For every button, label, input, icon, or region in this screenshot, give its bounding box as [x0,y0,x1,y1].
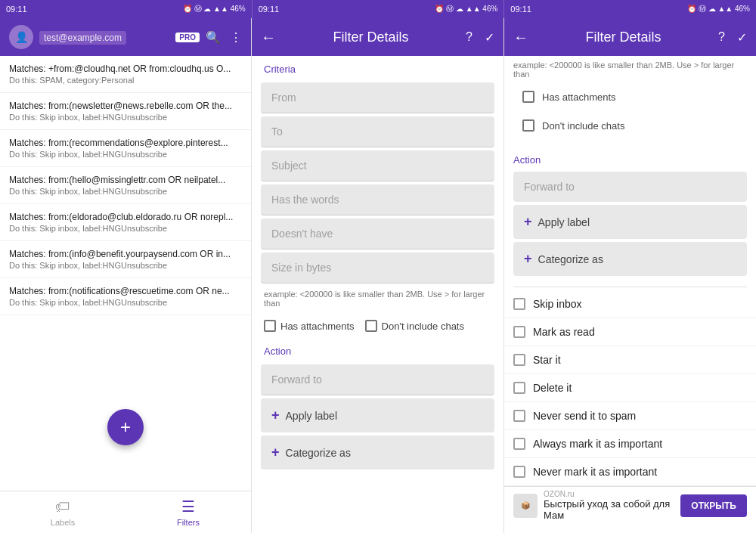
delete-it-checkbox[interactable] [513,382,525,394]
filter-content-middle: Criteria From To Subject Has the words D… [252,56,503,533]
option-never-spam[interactable]: Never send it to spam [504,402,756,430]
dont-include-chats-right[interactable]: Don't include chats [513,113,634,138]
ad-icon: 📦 [513,494,538,518]
apply-label-text-middle: Apply label [286,410,338,422]
help-icon-right[interactable]: ? [718,30,725,44]
doesnt-have-placeholder: Doesn't have [271,228,333,240]
from-field[interactable]: From [261,82,494,113]
email-match-0: Matches: +from:@cloudhq.net OR from:clou… [9,64,242,74]
subject-field[interactable]: Subject [261,150,494,181]
email-do-1: Do this: Skip inbox, label:HNGUnsubscrib… [9,113,242,122]
nav-labels[interactable]: 🏷 Labels [0,491,125,533]
search-icon[interactable]: 🔍 [206,30,221,45]
filter-header-middle: ← Filter Details ? ✓ [252,18,503,56]
dont-include-chats-item[interactable]: Don't include chats [365,320,464,332]
email-item-3[interactable]: Matches: from:(hello@missinglettr.com OR… [0,167,251,204]
fab-button[interactable]: + [107,409,144,445]
email-do-6: Do this: Skip inbox, label:HNGUnsubscrib… [9,298,242,307]
filter-panel-right: ← Filter Details ? ✓ example: <200000 is… [504,18,756,533]
apply-label-btn-right[interactable]: + Apply label [513,205,747,239]
forward-to-placeholder: Forward to [271,373,322,386]
doesnt-have-field[interactable]: Doesn't have [261,218,494,249]
mark-as-read-checkbox[interactable] [513,326,525,338]
back-icon-right[interactable]: ← [513,29,528,46]
divider [513,287,747,287]
status-icons-panel3: ⏰ Ⓜ ☁ ▲▲ 46% [687,4,750,14]
forward-to-right[interactable]: Forward to [513,172,747,202]
time-panel1: 09:11 [6,5,27,14]
size-field[interactable]: Size in bytes [261,253,494,284]
apply-label-btn-middle[interactable]: + Apply label [261,398,494,432]
action-label-right: Action [504,148,756,169]
email-item-0[interactable]: Matches: +from:@cloudhq.net OR from:clou… [0,56,251,93]
option-always-important[interactable]: Always mark it as important [504,430,756,458]
size-placeholder: Size in bytes [271,262,331,274]
user-email: test@example.com [39,31,126,45]
star-it-checkbox[interactable] [513,354,525,366]
filters-icon: ☰ [181,497,195,516]
option-delete-it[interactable]: Delete it [504,374,756,402]
email-panel-header: 👤 test@example.com PRO 🔍 ⋮ [0,18,251,56]
categorize-as-btn-middle[interactable]: + Categorize as [261,435,494,469]
forward-to-field[interactable]: Forward to [261,364,494,395]
status-bar-panel2: 09:11 ⏰ Ⓜ ☁ ▲▲ 46% [253,0,505,18]
has-attachments-right[interactable]: Has attachments [513,85,625,109]
email-do-0: Do this: SPAM, category:Personal [9,76,242,85]
email-match-2: Matches: from:(recommendations@explore.p… [9,138,242,148]
email-item-5[interactable]: Matches: from:(info@benefit.yourpaysend.… [0,241,251,278]
status-bar-panel1: 09:11 ⏰ Ⓜ ☁ ▲▲ 46% [0,0,253,18]
option-mark-as-read[interactable]: Mark as read [504,318,756,346]
email-item-4[interactable]: Matches: from:(eldorado@club.eldorado.ru… [0,204,251,241]
ad-open-button[interactable]: ОТКРЫТЬ [680,494,747,517]
never-important-checkbox[interactable] [513,466,525,478]
skip-inbox-checkbox[interactable] [513,298,525,310]
dont-include-chats-checkbox[interactable] [365,320,377,332]
option-never-important[interactable]: Never mark it as important [504,458,756,486]
has-attachments-item[interactable]: Has attachments [264,320,355,332]
never-spam-label: Never send it to spam [533,410,636,422]
filter-header-right: ← Filter Details ? ✓ [504,18,756,56]
ad-text: OZON.ru Быстрый уход за собой для Мам [544,490,674,521]
more-options-icon[interactable]: ⋮ [230,30,242,45]
email-match-5: Matches: from:(info@benefit.yourpaysend.… [9,249,242,259]
email-item-2[interactable]: Matches: from:(recommendations@explore.p… [0,130,251,167]
confirm-icon-right[interactable]: ✓ [737,30,747,45]
has-attachments-cb-right[interactable] [522,91,534,103]
email-do-4: Do this: Skip inbox, label:HNGUnsubscrib… [9,224,242,233]
plus-icon-cat: + [271,445,280,460]
mark-as-read-label: Mark as read [533,326,595,338]
nav-filters[interactable]: ☰ Filters [125,491,251,533]
filter-panel-middle: ← Filter Details ? ✓ Criteria From To Su… [252,18,504,533]
confirm-icon-middle[interactable]: ✓ [485,30,494,45]
has-words-field[interactable]: Has the words [261,184,494,215]
categorize-as-btn-right[interactable]: + Categorize as [513,242,747,276]
time-panel2: 09:11 [259,5,280,14]
never-spam-checkbox[interactable] [513,410,525,422]
back-icon-middle[interactable]: ← [261,29,276,46]
dont-include-chats-cb-right[interactable] [522,119,534,132]
email-item-6[interactable]: Matches: from:(notifications@rescuetime.… [0,278,251,315]
always-important-label: Always mark it as important [533,438,662,450]
categorize-as-text-right: Categorize as [538,253,603,265]
has-attachments-label-right: Has attachments [542,91,616,103]
email-match-4: Matches: from:(eldorado@club.eldorado.ru… [9,212,242,222]
filter-content-right: example: <200000 is like smaller than 2M… [504,56,756,533]
help-icon-middle[interactable]: ? [466,30,472,44]
email-item-1[interactable]: Matches: from:(newsletter@news.rebelle.c… [0,93,251,130]
size-hint: example: <200000 is like smaller than 2M… [252,287,503,314]
delete-it-label: Delete it [533,382,572,394]
never-important-label: Never mark it as important [533,466,657,478]
plus-icon-apply-right: + [524,214,532,230]
has-attachments-checkbox[interactable] [264,320,276,332]
checkbox-row: Has attachments Don't include chats [252,314,503,338]
always-important-checkbox[interactable] [513,438,525,450]
forward-to-placeholder-right: Forward to [524,181,575,193]
email-do-3: Do this: Skip inbox, label:HNGUnsubscrib… [9,187,242,196]
to-field[interactable]: To [261,116,494,147]
pro-badge: PRO [175,33,200,42]
filter-title-middle: Filter Details [285,29,457,45]
option-skip-inbox[interactable]: Skip inbox [504,290,756,318]
time-panel3: 09:11 [510,5,531,14]
email-list-panel: 👤 test@example.com PRO 🔍 ⋮ Matches: +fro… [0,18,252,533]
option-star-it[interactable]: Star it [504,346,756,374]
